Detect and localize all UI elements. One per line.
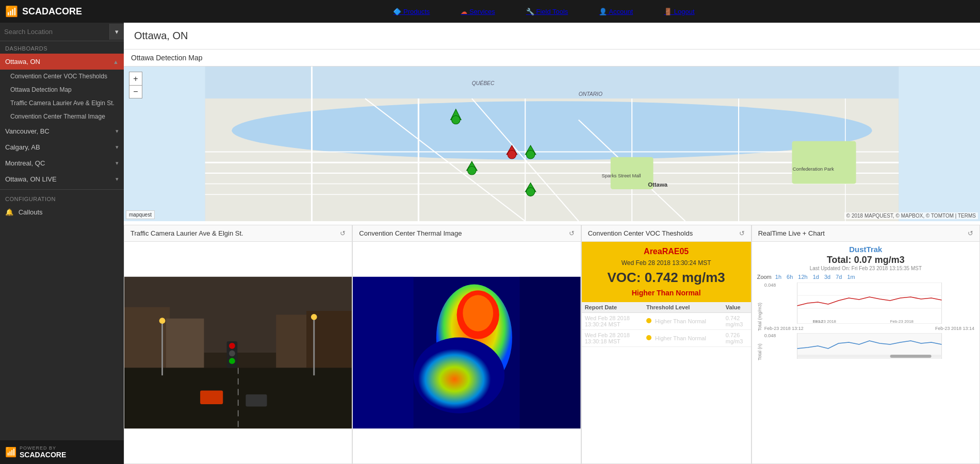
sidebar-sub-traffic-camera[interactable]: Traffic Camera Laurier Ave & Elgin St. xyxy=(0,96,124,110)
map-container[interactable]: Sparks Street Mall Ottawa Confederation … xyxy=(124,67,980,221)
zoom-out-button[interactable]: − xyxy=(129,85,142,98)
traffic-cam-refresh-icon[interactable]: ↺ xyxy=(340,229,346,237)
logo-text: SCADACORE xyxy=(22,6,82,17)
svg-point-27 xyxy=(526,150,535,159)
realtime-chart-panel: RealTime Live + Chart ↺ DustTrak Total: … xyxy=(752,225,980,464)
map-panel: Ottawa Detection Map xyxy=(124,49,980,225)
wifi-icon: 📶 xyxy=(5,5,18,18)
svg-point-49 xyxy=(229,343,235,349)
voc-panel-header: Convention Center VOC Thesholds ↺ xyxy=(582,225,751,242)
traffic-camera-panel-header: Traffic Camera Laurier Ave & Elgin St. ↺ xyxy=(124,225,352,242)
logo[interactable]: 📶 SCADACORE xyxy=(5,5,82,18)
realtime-chart2-svg xyxy=(764,333,974,359)
traffic-camera-panel: Traffic Camera Laurier Ave & Elgin St. ↺ xyxy=(124,225,352,464)
traffic-camera-body xyxy=(124,242,352,463)
svg-point-50 xyxy=(229,351,235,357)
thermal-image-body xyxy=(353,242,580,463)
svg-rect-42 xyxy=(200,391,223,404)
sidebar-item-vancouver-bc[interactable]: Vancouver, BC ▾ xyxy=(0,123,124,139)
map-title: Ottawa Detection Map xyxy=(124,49,980,67)
nav-field-tools[interactable]: 🔧 Field Tools xyxy=(526,8,568,15)
nav-services[interactable]: ☁ Services xyxy=(461,8,495,15)
sidebar-item-callouts[interactable]: 🔔 Callouts xyxy=(0,204,124,220)
svg-rect-18 xyxy=(792,141,856,184)
main-content: Ottawa, ON Ottawa Detection Map xyxy=(124,23,980,464)
svg-rect-36 xyxy=(124,307,170,368)
voc-datetime: Wed Feb 28 2018 13:30:24 MST xyxy=(587,259,746,267)
page-title: Ottawa, ON xyxy=(124,23,980,49)
chevron-down-icon: ▾ xyxy=(116,176,119,183)
search-input[interactable] xyxy=(0,23,109,41)
sidebar-item-ottawa-on[interactable]: Ottawa, ON ▲ xyxy=(0,54,124,70)
thermal-image-panel: Convention Center Thermal Image ↺ xyxy=(352,225,581,464)
svg-point-2 xyxy=(232,101,872,160)
search-dropdown-button[interactable]: ▾ xyxy=(109,24,124,40)
map-attribution: © 2018 MAPQUEST, © MAPBOX, © TOMTOM | TE… xyxy=(844,212,978,219)
map-svg: Sparks Street Mall Ottawa Confederation … xyxy=(124,67,980,221)
thermal-refresh-icon[interactable]: ↺ xyxy=(569,229,575,237)
zoom-in-button[interactable]: + xyxy=(129,72,142,85)
svg-point-54 xyxy=(414,338,505,413)
zoom-3d[interactable]: 3d xyxy=(823,273,832,280)
traffic-cam-image xyxy=(124,242,352,463)
powered-by-footer: 📶 POWERED BY SCADACORE xyxy=(0,440,124,464)
svg-point-45 xyxy=(159,318,166,324)
voc-value: VOC: 0.742 mg/m3 xyxy=(587,270,746,286)
realtime-panel-header: RealTime Live + Chart ↺ xyxy=(752,225,979,242)
sidebar-item-montreal-qc[interactable]: Montreal, QC ▾ xyxy=(0,155,124,171)
threshold-dot xyxy=(646,335,651,340)
logout-icon: 🚪 xyxy=(664,8,672,15)
svg-point-25 xyxy=(452,115,461,124)
voc-refresh-icon[interactable]: ↺ xyxy=(739,229,745,237)
nav-account[interactable]: 👤 Account xyxy=(599,8,633,15)
svg-rect-59 xyxy=(797,283,941,324)
svg-rect-67 xyxy=(890,355,931,358)
zoom-1d[interactable]: 1d xyxy=(811,273,821,280)
voc-panel: Convention Center VOC Thesholds ↺ AreaRA… xyxy=(581,225,752,464)
bell-icon: 🔔 xyxy=(5,208,13,216)
realtime-panel-body: DustTrak Total: 0.07 mg/m3 Last Updated … xyxy=(752,242,979,463)
realtime-refresh-icon[interactable]: ↺ xyxy=(968,229,973,237)
zoom-1m[interactable]: 1m xyxy=(845,273,856,280)
realtime-chart-svg: Feb-23 2018 13:12 Feb-23 2018 xyxy=(764,283,974,324)
voc-table: Report Date Threshold Level Value Wed Fe… xyxy=(582,302,751,347)
zoom-6h[interactable]: 6h xyxy=(785,273,794,280)
chevron-down-icon: ▾ xyxy=(116,160,119,167)
map-controls: + − xyxy=(129,72,142,98)
account-icon: 👤 xyxy=(599,8,607,15)
nav-logout[interactable]: 🚪 Logout xyxy=(664,8,694,15)
svg-rect-37 xyxy=(166,319,204,368)
chart-x-label-right: Feb-23 2018 13:14 xyxy=(935,326,974,331)
chevron-up-icon: ▲ xyxy=(113,59,119,65)
chart-x-label-left: Feb-23 2018 13:12 xyxy=(764,326,804,331)
sidebar-item-ottawa-on-live[interactable]: Ottawa, ON LIVE ▾ xyxy=(0,171,124,187)
services-icon: ☁ xyxy=(461,8,467,15)
table-row: Wed Feb 28 2018 13:30:24 MST Higher Than… xyxy=(582,313,751,330)
nav-products[interactable]: 🔷 Products xyxy=(393,8,430,15)
svg-text:QUÉBEC: QUÉBEC xyxy=(472,80,495,86)
zoom-1h[interactable]: 1h xyxy=(774,273,783,280)
chart-y-axis-label: Total (mg/m3) xyxy=(757,283,762,331)
zoom-12h[interactable]: 12h xyxy=(796,273,809,280)
svg-text:Confederation Park: Confederation Park xyxy=(793,167,834,172)
field-tools-icon: 🔧 xyxy=(526,8,534,15)
svg-text:13:12: 13:12 xyxy=(812,319,823,324)
svg-point-33 xyxy=(526,188,535,196)
zoom-7d[interactable]: 7d xyxy=(834,273,843,280)
sidebar-sub-thermal-image[interactable]: Convention Center Thermal Image xyxy=(0,110,124,123)
threshold-dot xyxy=(646,318,651,323)
sidebar-sub-detection-map[interactable]: Ottawa Detection Map xyxy=(0,83,124,96)
svg-rect-55 xyxy=(353,277,414,428)
svg-text:Feb-23 2018: Feb-23 2018 xyxy=(890,319,913,324)
bottom-panels: Traffic Camera Laurier Ave & Elgin St. ↺ xyxy=(124,225,980,464)
table-row: Wed Feb 28 2018 13:30:18 MST Higher Than… xyxy=(582,330,751,347)
svg-text:Sparks Street Mall: Sparks Street Mall xyxy=(602,173,641,178)
svg-point-47 xyxy=(311,314,317,320)
sidebar: ▾ DASHBOARDS Ottawa, ON ▲ Convention Cen… xyxy=(0,23,124,464)
chevron-down-icon: ▾ xyxy=(116,128,119,135)
svg-point-29 xyxy=(508,150,516,159)
sidebar-item-calgary-ab[interactable]: Calgary, AB ▾ xyxy=(0,139,124,155)
sidebar-sub-voc-thesholds[interactable]: Convention Center VOC Thesholds xyxy=(0,70,124,83)
svg-point-31 xyxy=(468,166,477,175)
voc-sensor-name: AreaRAE05 xyxy=(587,247,746,256)
